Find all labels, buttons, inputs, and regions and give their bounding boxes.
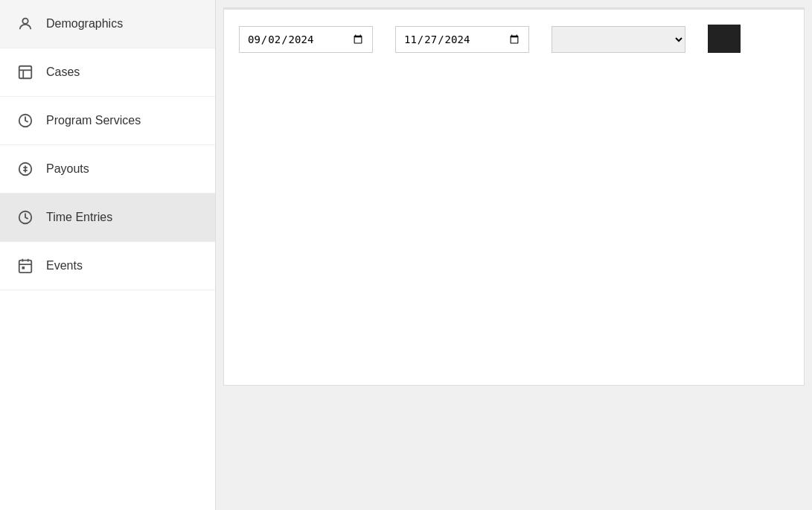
sidebar-item-program-services[interactable]: Program Services: [0, 97, 215, 145]
show-group: [552, 22, 685, 53]
sidebar-item-payouts[interactable]: Payouts: [0, 145, 215, 194]
sidebar-item-label-events: Events: [46, 259, 83, 272]
time-entries-icon: [15, 207, 36, 228]
sidebar-item-cases[interactable]: Cases: [0, 48, 215, 97]
svg-point-0: [22, 19, 28, 24]
sidebar-item-time-entries[interactable]: Time Entries: [0, 194, 215, 242]
end-date-group: [395, 22, 529, 53]
sidebar-item-label-payouts: Payouts: [46, 162, 89, 176]
sidebar-item-demographics[interactable]: Demographics: [0, 0, 215, 48]
start-date-input[interactable]: [239, 26, 373, 53]
chart-legend: [224, 60, 804, 72]
pie-chart: [373, 80, 656, 363]
payouts-icon: [15, 159, 36, 179]
events-icon: [15, 255, 36, 276]
filter-form: [224, 10, 804, 60]
start-date-group: [239, 22, 373, 53]
show-select[interactable]: [552, 26, 685, 53]
sidebar-item-label-program-services: Program Services: [46, 114, 141, 127]
end-date-input[interactable]: [395, 26, 529, 53]
sidebar-item-label-time-entries: Time Entries: [46, 211, 112, 224]
demographics-icon: [15, 13, 36, 34]
cases-icon: [15, 62, 36, 83]
svg-rect-1: [19, 66, 32, 79]
submit-button[interactable]: [708, 25, 741, 53]
sidebar-item-events[interactable]: Events: [0, 242, 215, 290]
content-card: [223, 7, 805, 386]
main-content: [216, 0, 812, 510]
program-services-icon: [15, 110, 36, 131]
sidebar-item-label-cases: Cases: [46, 66, 80, 79]
chart-area: [224, 72, 804, 385]
svg-rect-5: [19, 261, 32, 273]
sidebar-item-label-demographics: Demographics: [46, 17, 123, 31]
sidebar: DemographicsCasesProgram ServicesPayouts…: [0, 0, 216, 510]
